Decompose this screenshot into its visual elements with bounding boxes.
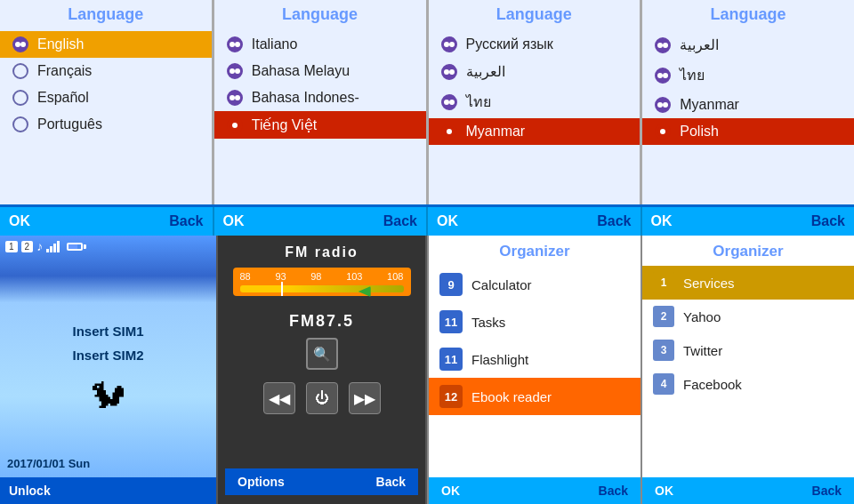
lang-panel-2-title: Language <box>214 0 426 31</box>
lang-item-arabic[interactable]: العربية <box>429 58 640 85</box>
org-item-calculator[interactable]: 9 Calculator <box>429 266 640 303</box>
organizer-title: Organizer <box>429 236 640 266</box>
lang-label-arabic2: العربية <box>680 36 719 53</box>
lang-item-myanmar2[interactable]: Myanmar <box>642 92 854 118</box>
lang-item-italiano[interactable]: Italiano <box>214 31 426 58</box>
radio-myanmar <box>441 124 457 140</box>
language-panel-1: Language English Français Español Portug… <box>0 0 214 204</box>
fm-forward-button[interactable]: ▶▶ <box>349 382 381 414</box>
services-panel: Organizer 1 Services 2 Yahoo 3 Twitter 4… <box>640 236 854 504</box>
lang-item-bahasa-indones[interactable]: Bahasa Indones- <box>214 84 426 111</box>
lang-panel-1-title: Language <box>0 0 212 31</box>
lang-item-polish[interactable]: Polish <box>642 118 854 145</box>
phone-content: Insert SIM1 Insert SIM2 🐿 <box>0 257 216 477</box>
ok-label-2[interactable]: OK <box>223 213 245 229</box>
fm-search-button[interactable]: 🔍 <box>306 338 338 370</box>
lang-item-viet[interactable]: Tiếng Việt <box>214 111 426 139</box>
lang-label-espanol: Español <box>37 90 89 106</box>
org-ok-label[interactable]: OK <box>441 484 460 498</box>
ok-bar-4: OK Back <box>642 207 855 236</box>
lang-item-thai[interactable]: ไทย <box>429 85 640 118</box>
back-label-3[interactable]: Back <box>597 213 631 229</box>
unlock-label[interactable]: Unlock <box>9 484 51 498</box>
org-item-ebook[interactable]: 12 Ebook reader <box>429 378 640 415</box>
fm-back-label[interactable]: Back <box>376 475 406 489</box>
svc-back-label[interactable]: Back <box>812 484 842 498</box>
phone-insert-sim2: Insert SIM2 <box>72 343 143 367</box>
fm-rewind-button[interactable]: ◀◀ <box>263 382 295 414</box>
svc-label-facebook: Facebook <box>683 377 742 392</box>
phone-bottom-bar: Unlock <box>0 477 216 504</box>
phone-mascot: 🐿 <box>91 376 126 416</box>
lang-item-francais[interactable]: Français <box>0 58 212 84</box>
radio-italiano <box>227 36 243 52</box>
phone-date: 2017/01/01 Sun <box>7 457 90 470</box>
org-label-ebook: Ebook reader <box>471 389 552 404</box>
org-item-flashlight[interactable]: 11 Flashlight <box>429 340 640 378</box>
language-panel-3: Language Русский язык العربية ไทย Myanma… <box>429 0 643 204</box>
music-icon: ♪ <box>36 239 43 253</box>
lang-label-viet: Tiếng Việt <box>252 116 317 133</box>
lang-item-english[interactable]: English <box>0 31 212 58</box>
bottom-section: 1 2 ♪ Insert SIM1 Insert SIM2 🐿 2017/01/… <box>0 236 854 504</box>
lang-label-thai: ไทย <box>466 91 491 113</box>
lang-label-myanmar: Myanmar <box>466 124 526 140</box>
phone-insert-sim1: Insert SIM1 <box>72 319 143 343</box>
svc-item-twitter[interactable]: 3 Twitter <box>642 333 854 367</box>
lang-item-thai2[interactable]: ไทย <box>642 59 854 92</box>
power-icon: ⏻ <box>315 390 329 406</box>
services-bottom-bar: OK Back <box>642 477 854 504</box>
org-back-label[interactable]: Back <box>599 484 628 498</box>
radio-portugues <box>12 116 28 132</box>
organizer-panel: Organizer 9 Calculator 11 Tasks 11 Flash… <box>427 236 640 504</box>
fm-freq-display: FM87.5 <box>289 312 354 331</box>
language-panel-4: Language العربية ไทย Myanmar Polish <box>642 0 854 204</box>
services-title: Organizer <box>642 236 854 266</box>
svc-label-services: Services <box>683 276 735 291</box>
fm-options-label[interactable]: Options <box>238 475 285 489</box>
radio-polish <box>655 124 671 140</box>
ok-label-1[interactable]: OK <box>9 213 30 229</box>
radio-melayu <box>227 63 243 79</box>
org-label-calculator: Calculator <box>471 277 532 292</box>
organizer-bottom-bar: OK Back <box>429 477 640 504</box>
svc-item-services[interactable]: 1 Services <box>642 266 854 300</box>
fm-power-button[interactable]: ⏻ <box>306 382 338 414</box>
lang-item-bahasa-melayu[interactable]: Bahasa Melayu <box>214 58 426 84</box>
svc-ok-label[interactable]: OK <box>655 484 673 498</box>
fm-tuner: 88 93 98 103 108 <box>233 268 411 296</box>
lang-item-russian[interactable]: Русский язык <box>429 31 640 58</box>
svc-item-facebook[interactable]: 4 Facebook <box>642 367 854 401</box>
forward-icon: ▶▶ <box>354 390 375 407</box>
lang-label-melayu: Bahasa Melayu <box>252 63 350 79</box>
radio-indones <box>227 90 243 106</box>
lang-label-italiano: Italiano <box>252 36 298 52</box>
svc-item-yahoo[interactable]: 2 Yahoo <box>642 300 854 333</box>
svc-num-4: 4 <box>653 373 674 395</box>
lang-panel-3-title: Language <box>429 0 640 31</box>
lang-item-arabic2[interactable]: العربية <box>642 31 854 59</box>
lang-label-portugues: Português <box>37 116 102 132</box>
fm-panel: FM radio 88 93 98 103 108 FM87.5 🔍 ◀◀ ⏻ <box>216 236 427 504</box>
lang-label-myanmar2: Myanmar <box>680 97 739 113</box>
lang-item-myanmar[interactable]: Myanmar <box>429 118 640 145</box>
lang-label-russian: Русский язык <box>466 36 553 52</box>
phone-status-bar: 1 2 ♪ <box>0 236 216 257</box>
back-label-4[interactable]: Back <box>811 213 845 229</box>
fm-bottom-bar: Options Back <box>225 468 418 495</box>
lang-item-espanol[interactable]: Español <box>0 84 212 111</box>
svc-num-2: 2 <box>653 306 674 327</box>
radio-russian <box>441 36 457 52</box>
fm-freq-bar: 88 93 98 103 108 <box>240 271 404 282</box>
ok-label-4[interactable]: OK <box>651 213 673 229</box>
back-label-1[interactable]: Back <box>169 213 203 229</box>
radio-english <box>12 36 28 52</box>
back-label-2[interactable]: Back <box>383 213 417 229</box>
fm-title: FM radio <box>285 244 359 260</box>
lang-item-portugues[interactable]: Português <box>0 111 212 138</box>
org-item-tasks[interactable]: 11 Tasks <box>429 303 640 340</box>
lang-label-francais: Français <box>37 63 92 79</box>
ok-label-3[interactable]: OK <box>437 213 458 229</box>
org-label-tasks: Tasks <box>471 315 505 330</box>
ok-bar-2: OK Back <box>214 207 429 236</box>
